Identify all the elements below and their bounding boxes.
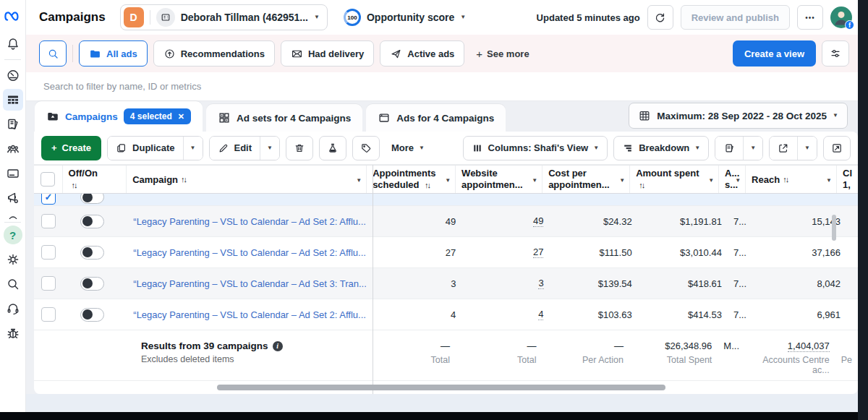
campaign-toggle[interactable] — [80, 194, 104, 204]
search-filter-button[interactable] — [39, 40, 67, 67]
date-range-selector[interactable]: Maximum: 28 Sep 2022 - 28 Oct 2025 ▼ — [629, 103, 848, 129]
advertise-megaphone-icon[interactable] — [0, 186, 26, 210]
column-menu-icon[interactable]: ▼ — [708, 178, 714, 184]
duplicate-dropdown[interactable]: ▼ — [183, 137, 203, 160]
review-and-publish-button[interactable]: Review and publish — [681, 5, 790, 30]
pages-icon[interactable] — [0, 112, 26, 137]
report-bug-icon[interactable] — [0, 321, 26, 346]
tag-button[interactable] — [352, 136, 380, 160]
row-checkbox[interactable] — [41, 245, 56, 260]
tab-ads[interactable]: Ads for 4 Campaigns — [366, 104, 506, 132]
account-selector[interactable]: D Deborah Tillman (462951... ▼ — [120, 4, 328, 30]
create-button[interactable]: + Create — [41, 136, 101, 160]
website-appointments-cell[interactable]: 4 — [538, 309, 543, 320]
ab-test-button[interactable] — [319, 136, 346, 160]
account-overview-gauge-icon[interactable] — [0, 63, 26, 87]
table-row-partial-selected[interactable]: ✓ — [34, 194, 858, 206]
select-all-checkbox[interactable] — [41, 172, 55, 187]
search-input[interactable] — [26, 72, 858, 100]
column-menu-icon[interactable]: ▼ — [735, 178, 741, 184]
filter-chip-had-delivery[interactable]: Had delivery — [281, 40, 374, 67]
column-header-attribution-setting[interactable]: A... s... ▼ — [719, 166, 746, 193]
filter-chip-all-ads[interactable]: All ads — [79, 40, 148, 67]
website-appointments-cell[interactable]: 27 — [533, 247, 543, 258]
sort-icon[interactable]: ↑↓ — [181, 175, 186, 184]
column-menu-icon[interactable]: ▼ — [445, 178, 451, 184]
export-button[interactable] — [770, 137, 797, 160]
refresh-button[interactable] — [647, 5, 673, 30]
sort-icon[interactable]: ↑↓ — [425, 181, 430, 189]
vertical-scrollbar-thumb[interactable] — [832, 215, 836, 241]
column-menu-icon[interactable]: ▼ — [619, 178, 625, 184]
campaign-link[interactable]: “Legacy Parenting – VSL to Calendar – Ad… — [133, 247, 366, 258]
sort-icon[interactable]: ↑↓ — [639, 181, 644, 189]
column-menu-icon[interactable]: ▼ — [826, 178, 832, 184]
more-actions-button[interactable]: More ▼ — [386, 142, 430, 153]
info-icon[interactable]: i — [273, 341, 283, 351]
table-row[interactable]: “Legacy Parenting – VSL to Calendar – Ad… — [34, 206, 858, 237]
column-header-cost-per-appointment[interactable]: Cost per appointmen... ▼ — [542, 166, 630, 193]
see-more-button[interactable]: + See more — [470, 48, 535, 60]
notifications-bell-icon[interactable] — [0, 32, 26, 56]
delete-button[interactable] — [286, 136, 313, 160]
chart-analyze-button[interactable] — [823, 136, 851, 160]
billing-card-icon[interactable] — [0, 161, 26, 186]
campaign-toggle[interactable] — [80, 277, 104, 291]
row-checkbox[interactable] — [41, 214, 56, 228]
edit-button[interactable]: Edit — [210, 137, 260, 160]
campaign-toggle[interactable] — [80, 246, 104, 260]
search-icon[interactable] — [0, 272, 26, 296]
campaigns-table-icon[interactable] — [0, 87, 26, 112]
website-appointments-cell[interactable]: 49 — [533, 215, 543, 227]
breakdown-button[interactable]: Breakdown ▼ — [613, 136, 709, 160]
column-header-website-appointments[interactable]: Website appointmen... ▼ — [456, 166, 542, 193]
campaign-link[interactable]: “Legacy Parenting – VSL to Calendar – Ad… — [133, 309, 366, 320]
sort-icon[interactable]: ↑↓ — [783, 175, 788, 184]
reports-button[interactable] — [715, 137, 743, 160]
reports-dropdown[interactable]: ▼ — [743, 137, 762, 160]
campaign-link[interactable]: “Legacy Parenting – VSL to Calendar – Ad… — [133, 216, 366, 227]
campaign-link[interactable]: “Legacy Parenting – VSL to Calendar – Ad… — [133, 278, 366, 289]
partial-icon[interactable] — [0, 210, 25, 219]
edit-dropdown[interactable]: ▼ — [260, 137, 279, 160]
user-avatar[interactable]: f — [830, 7, 852, 28]
help-icon[interactable]: ? — [4, 226, 22, 244]
column-menu-icon[interactable]: ▼ — [532, 178, 537, 184]
tab-ad-sets[interactable]: Ad sets for 4 Campaigns — [206, 104, 362, 132]
table-row[interactable]: “Legacy Parenting – VSL to Calendar – Ad… — [34, 237, 858, 268]
filter-chip-recommendations[interactable]: Recommendations — [153, 40, 275, 67]
support-headset-icon[interactable] — [0, 296, 26, 321]
export-dropdown[interactable]: ▼ — [797, 137, 817, 160]
column-header-campaign[interactable]: Campaign ↑↓ ▼ — [127, 166, 367, 193]
duplicate-button[interactable]: Duplicate — [108, 137, 183, 160]
create-a-view-button[interactable]: Create a view — [733, 40, 816, 67]
filter-chip-active-ads[interactable]: Active ads — [380, 40, 464, 67]
table-row[interactable]: “Legacy Parenting – VSL to Calendar – Ad… — [34, 268, 858, 299]
tab-campaigns[interactable]: Campaigns 4 selected ✕ — [35, 101, 203, 132]
more-options-button[interactable]: ••• — [797, 5, 823, 30]
footer-reach-value[interactable]: 1,404,037 — [788, 340, 830, 352]
filter-settings-button[interactable] — [822, 40, 849, 67]
selected-count-badge[interactable]: 4 selected ✕ — [124, 108, 191, 124]
row-checkbox-checked[interactable]: ✓ — [41, 194, 56, 205]
row-checkbox[interactable] — [41, 307, 56, 322]
opportunity-score[interactable]: 100 Opportunity score ▼ — [344, 9, 466, 26]
table-row[interactable]: “Legacy Parenting – VSL to Calendar – Ad… — [34, 299, 858, 330]
website-appointments-cell[interactable]: 3 — [538, 278, 543, 289]
campaign-toggle[interactable] — [80, 308, 104, 322]
column-header-off-on[interactable]: Off/On ↑↓ — [63, 166, 127, 193]
column-header-truncated[interactable]: Cl 1, — [837, 166, 858, 193]
column-header-amount-spent[interactable]: Amount spent ↑↓ ▼ — [630, 166, 719, 193]
column-header-appointments[interactable]: Appointments scheduled ↑↓ ▼ — [367, 166, 456, 193]
settings-gear-icon[interactable] — [0, 247, 26, 272]
campaign-toggle[interactable] — [80, 215, 104, 228]
sort-icon[interactable]: ↑↓ — [72, 181, 77, 189]
column-header-reach[interactable]: Reach ↑↓ ▼ — [746, 166, 837, 193]
row-checkbox[interactable] — [41, 276, 56, 291]
clear-selection-icon[interactable]: ✕ — [178, 112, 184, 121]
audiences-people-icon[interactable] — [0, 137, 26, 161]
column-menu-icon[interactable]: ▼ — [356, 178, 362, 184]
meta-logo[interactable] — [0, 0, 26, 32]
horizontal-scrollbar-thumb[interactable] — [217, 385, 665, 390]
columns-button[interactable]: Columns: Shafi's View ▼ — [463, 136, 608, 160]
